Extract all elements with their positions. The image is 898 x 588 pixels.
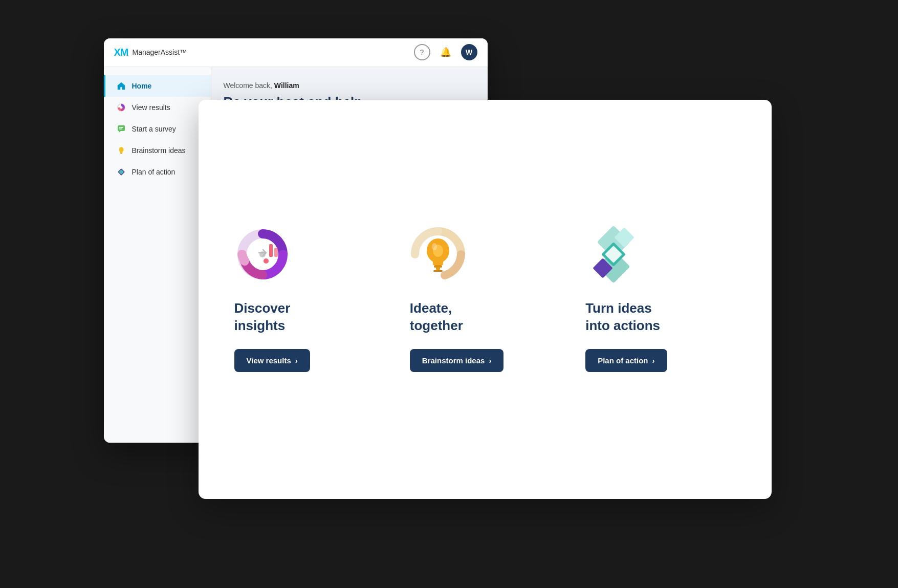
back-card-ideate-title: Ideate,together: [410, 300, 463, 335]
svg-rect-27: [120, 153, 122, 154]
svg-rect-3: [269, 244, 273, 257]
back-card-discover-title: Discoverinsights: [234, 300, 291, 335]
welcome-text: Welcome back, William: [224, 81, 475, 90]
svg-rect-10: [436, 267, 440, 270]
sidebar-item-plan-of-action-label: Plan of action: [132, 168, 176, 176]
svg-marker-22: [119, 131, 121, 133]
user-avatar[interactable]: W: [461, 44, 477, 60]
back-cards-container: Discoverinsights View results ›: [229, 125, 741, 473]
svg-point-20: [120, 106, 122, 108]
svg-rect-21: [118, 125, 125, 131]
brainstorm-ideas-button[interactable]: Brainstorm ideas ›: [410, 349, 504, 372]
svg-point-5: [264, 258, 269, 264]
svg-rect-11: [433, 270, 443, 272]
diamond-icon: [116, 166, 127, 178]
discover-icon: [234, 226, 296, 288]
back-card-actions-title: Turn ideasinto actions: [585, 300, 660, 335]
app-header: XM ManagerAssist™ ? 🔔 W: [104, 38, 488, 67]
back-window: Discoverinsights View results ›: [199, 100, 772, 499]
svg-rect-26: [120, 152, 122, 153]
back-card-actions: Turn ideasinto actions Plan of action ›: [580, 216, 740, 382]
sidebar-item-plan-of-action[interactable]: Plan of action: [104, 161, 211, 183]
xm-logo: XM: [114, 47, 128, 58]
sidebar: Home View results: [104, 67, 211, 443]
svg-point-25: [119, 147, 123, 152]
back-card-ideate: Ideate,together Brainstorm ideas ›: [405, 216, 565, 382]
plan-of-action-button[interactable]: Plan of action ›: [585, 349, 667, 372]
actions-icon: [585, 226, 647, 288]
sidebar-item-start-survey[interactable]: Start a survey: [104, 118, 211, 140]
chart-pie-icon: [116, 102, 127, 113]
sidebar-item-view-results-label: View results: [132, 103, 170, 112]
back-card-discover: Discoverinsights View results ›: [229, 216, 389, 382]
notifications-button[interactable]: 🔔: [437, 44, 454, 60]
bulb-icon: [116, 145, 127, 156]
svg-point-12: [432, 243, 437, 250]
svg-rect-4: [274, 248, 278, 257]
logo-area: XM ManagerAssist™: [114, 47, 187, 58]
home-icon: [116, 80, 127, 92]
sidebar-item-home[interactable]: Home: [104, 75, 211, 97]
svg-rect-7: [433, 261, 443, 265]
app-title: ManagerAssist™: [133, 48, 187, 56]
sidebar-item-view-results[interactable]: View results: [104, 97, 211, 118]
ideate-icon: [410, 226, 471, 288]
view-results-button[interactable]: View results ›: [234, 349, 310, 372]
sidebar-item-brainstorm-label: Brainstorm ideas: [132, 146, 186, 155]
help-button[interactable]: ?: [414, 44, 430, 60]
chat-icon: [116, 123, 127, 135]
sidebar-item-start-survey-label: Start a survey: [132, 125, 176, 133]
sidebar-item-brainstorm[interactable]: Brainstorm ideas: [104, 140, 211, 161]
header-actions: ? 🔔 W: [414, 44, 477, 60]
sidebar-item-home-label: Home: [132, 82, 152, 90]
